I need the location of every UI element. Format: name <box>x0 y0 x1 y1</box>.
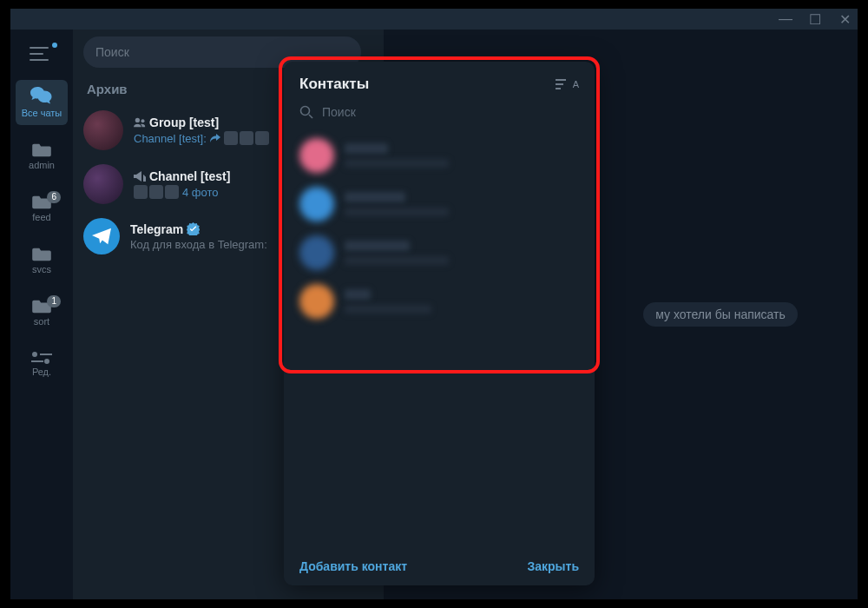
svg-point-9 <box>301 107 310 116</box>
minimize-button[interactable]: — <box>779 13 792 25</box>
avatar <box>299 138 334 173</box>
contacts-list <box>284 128 595 547</box>
avatar <box>83 110 123 150</box>
folder-badge: 6 <box>47 191 61 203</box>
avatar <box>83 164 123 204</box>
chats-icon <box>30 87 53 106</box>
chat-preview: 4 фото <box>182 186 219 199</box>
contacts-search-input[interactable] <box>322 105 579 119</box>
contact-item[interactable] <box>284 277 595 326</box>
paper-plane-icon <box>92 228 111 245</box>
folder-svcs[interactable]: svcs <box>16 240 68 281</box>
menu-button[interactable] <box>30 45 54 63</box>
sort-icon <box>556 78 571 90</box>
avatar <box>83 218 120 254</box>
folder-admin[interactable]: admin <box>16 135 68 177</box>
folder-label: feed <box>32 212 50 222</box>
folder-feed[interactable]: 6 feed <box>16 188 68 229</box>
avatar <box>299 235 334 270</box>
chat-name: Group [test] <box>149 116 219 129</box>
svg-rect-1 <box>40 354 52 355</box>
close-window-button[interactable]: ✕ <box>838 13 851 25</box>
avatar <box>299 284 334 319</box>
chat-name: Channel [test] <box>149 169 230 183</box>
chat-name: Telegram <box>130 222 183 236</box>
contact-item[interactable] <box>284 131 595 180</box>
contact-item[interactable] <box>284 180 595 228</box>
dialog-title: Контакты <box>299 76 369 93</box>
svg-line-10 <box>309 115 312 118</box>
folder-all-chats[interactable]: Все чаты <box>16 80 68 125</box>
folder-label: admin <box>29 160 55 170</box>
folder-label: svcs <box>32 264 51 274</box>
svg-point-0 <box>32 352 37 357</box>
folder-badge: 1 <box>47 295 61 307</box>
sort-button[interactable]: A <box>556 78 579 90</box>
svg-rect-3 <box>31 360 43 362</box>
folder-label: Ред. <box>32 367 51 377</box>
svg-point-4 <box>135 118 140 122</box>
group-icon <box>134 117 146 128</box>
channel-icon <box>134 171 146 182</box>
close-dialog-button[interactable]: Закрыть <box>527 559 579 573</box>
edit-folders-icon <box>31 351 52 365</box>
folder-label: sort <box>34 316 49 327</box>
avatar <box>299 187 334 221</box>
folder-icon <box>32 247 51 262</box>
folder-sort[interactable]: 1 sort <box>16 292 68 334</box>
window-titlebar: — ☐ ✕ <box>10 9 858 30</box>
svg-point-2 <box>44 359 49 364</box>
contact-item[interactable] <box>284 228 595 277</box>
chat-preview: Channel [test]: <box>134 132 207 145</box>
maximize-button[interactable]: ☐ <box>809 13 821 25</box>
search-icon <box>299 105 313 119</box>
folder-edit[interactable]: Ред. <box>16 344 68 384</box>
forward-icon <box>210 133 220 143</box>
add-contact-button[interactable]: Добавить контакт <box>299 559 407 573</box>
contacts-dialog: Контакты A <box>284 62 595 585</box>
chat-preview: Код для входа в Telegram: <box>130 238 267 251</box>
folder-icon <box>32 142 51 158</box>
folder-label: Все чаты <box>22 108 62 118</box>
folder-column: Все чаты admin 6 feed svcs 1 sort <box>10 30 73 599</box>
svg-point-5 <box>141 119 144 122</box>
search-placeholder: Поиск <box>95 45 129 59</box>
verified-icon <box>187 222 200 235</box>
empty-state-text: му хотели бы написать <box>643 302 798 327</box>
